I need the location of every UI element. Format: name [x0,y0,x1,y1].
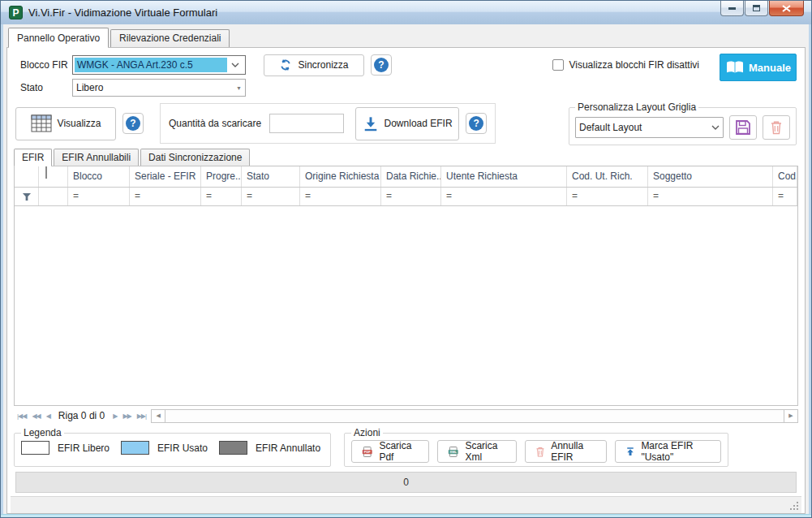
app-frame: Pannello Operativo Rilevazione Credenzia… [3,24,809,514]
filter-cell-progressivo[interactable]: = [201,188,242,205]
quantita-label: Quantità da scaricare [169,118,261,129]
sync-icon [279,58,292,71]
window-title: Vi.Vi.Fir - Vidimazione Virtuale Formula… [28,6,217,19]
scarica-pdf-button[interactable]: PDF Scarica Pdf [351,440,429,463]
help-icon: ? [374,58,389,72]
column-header-blocco[interactable]: Blocco [68,166,130,187]
tab-efir[interactable]: EFIR [14,149,52,166]
resize-grip[interactable] [797,508,798,510]
pdf-icon: PDF [362,445,373,459]
column-header-origine-richiesta[interactable]: Origine Richiesta [300,166,381,187]
main-tab-strip: Pannello Operativo Rilevazione Credenzia… [6,28,806,47]
disattivi-label: Visualizza blocchi FIR disattivi [569,59,699,71]
help-button-visualizza[interactable]: ? [122,113,144,134]
legend-title: Legenda [21,427,64,438]
marca-efir-usato-label: Marca EFIR "Usato" [641,440,711,463]
tab-rilevazione-credenziali[interactable]: Rilevazione Credenziali [110,29,230,47]
pager-prev-page-button[interactable]: ◀◀ [32,412,40,420]
quantita-input[interactable] [269,114,344,133]
title-bar[interactable]: P Vi.Vi.Fir - Vidimazione Virtuale Formu… [1,1,811,24]
delete-layout-button[interactable] [763,115,790,140]
sincronizza-button[interactable]: Sincronizza [264,54,364,76]
column-header-stato[interactable]: Stato [242,166,300,187]
app-logo-icon: P [9,6,23,19]
filter-cell-cod-fisc[interactable]: = [773,188,797,205]
pager-next-page-button[interactable]: ▶▶ [122,412,131,420]
column-header-cod-ut-rich[interactable]: Cod. Ut. Rich. [567,166,648,187]
annulla-efir-button[interactable]: Annulla EFIR [525,440,607,463]
grid-tab-strip: EFIR EFIR Annullabili Dati Sincronizzazi… [14,149,798,166]
column-header-cod-fiscale[interactable]: Cod. Fisc [773,166,797,187]
disattivi-checkbox[interactable] [552,59,564,71]
filter-cell-origine[interactable]: = [300,188,381,205]
help-button-download[interactable]: ? [466,113,487,134]
filter-cell-soggetto[interactable]: = [648,188,773,205]
window-bottom-edge [1,514,811,517]
stato-value: Libero [76,82,236,93]
pager-next-button[interactable]: ▶ [113,412,117,420]
scroll-left-button[interactable]: ◀ [152,410,165,422]
filter-cell-stato[interactable]: = [242,188,300,205]
pager-label: Riga 0 di 0 [58,410,105,421]
filter-cell-seriale[interactable]: = [130,188,201,205]
close-button[interactable] [769,1,804,16]
select-all-checkbox[interactable] [45,166,47,179]
svg-text:PDF: PDF [364,450,372,454]
pager-prev-button[interactable]: ◀ [46,412,50,420]
filter-cell-blocco[interactable]: = [68,188,130,205]
filter-cell-cod-ut[interactable]: = [567,188,648,205]
stato-select[interactable]: Libero ▼ [72,79,246,97]
blocco-fir-select[interactable]: WMGK - ANGA Art.230 c.5 [72,55,246,75]
layout-value: Default Layout [579,122,711,133]
actions-fieldset: Azioni PDF Scarica Pdf [344,427,728,467]
grid-filter-row: = = = = = = = = = = [15,188,797,206]
legend-label-annullato: EFIR Annullato [256,442,320,454]
scarica-xml-button[interactable]: XML Scarica Xml [437,440,517,463]
bottom-row: Legenda EFIR Libero EFIR Usato EFIR Annu… [14,427,798,467]
filter-cell-empty [39,188,68,205]
progress-bar: 0 [15,472,797,493]
scrollbar-track[interactable] [165,410,784,422]
legend-label-libero: EFIR Libero [58,442,110,454]
blocco-fir-label: Blocco FIR [20,59,72,71]
layout-select[interactable]: Default Layout [575,117,724,138]
svg-text:XML: XML [450,450,458,454]
download-efir-button[interactable]: Download EFIR [355,107,459,140]
save-layout-button[interactable] [729,115,757,140]
tab-efir-annullabili[interactable]: EFIR Annullabili [54,149,139,166]
visualizza-button[interactable]: Visualizza [15,107,116,140]
filter-funnel-button[interactable] [15,188,39,205]
legend-fieldset: Legenda EFIR Libero EFIR Usato EFIR Annu… [14,427,331,467]
pager-first-button[interactable]: |◀◀ [17,412,26,420]
column-header-progressivo[interactable]: Progre... [201,166,242,187]
stato-label: Stato [20,82,72,93]
filter-cell-utente[interactable]: = [441,188,567,205]
trash-icon [535,445,545,459]
help-button-sincronizza[interactable]: ? [371,54,392,76]
disattivi-group: Visualizza blocchi FIR disattivi [552,59,699,71]
blocco-fir-value: WMGK - ANGA Art.230 c.5 [75,58,227,72]
close-icon [782,5,791,12]
maximize-button[interactable] [745,1,768,16]
tab-pannello-operativo[interactable]: Pannello Operativo [8,28,109,47]
progress-value: 0 [403,477,409,488]
dropdown-arrow-icon: ▼ [236,85,242,91]
legend-swatch-usato [121,441,149,455]
manuale-button[interactable]: Manuale [720,54,797,81]
help-icon: ? [469,116,483,131]
column-header-soggetto[interactable]: Soggetto [648,166,773,187]
annulla-efir-label: Annulla EFIR [551,440,596,463]
column-header-data-richiesta[interactable]: Data Richie... [381,166,441,187]
tab-dati-sincronizzazione[interactable]: Dati Sincronizzazione [140,149,250,166]
grid-body-empty [15,206,797,405]
column-header-seriale-efir[interactable]: Seriale - EFIR [130,166,201,187]
help-icon: ? [126,116,140,131]
filter-cell-data[interactable]: = [381,188,441,205]
marca-efir-usato-button[interactable]: Marca EFIR "Usato" [615,440,721,463]
column-header-utente-richiesta[interactable]: Utente Richiesta [441,166,567,187]
minimize-button[interactable] [720,1,744,16]
pager-last-button[interactable]: ▶▶| [137,412,146,420]
sincronizza-label: Sincronizza [298,59,348,71]
scroll-right-button[interactable]: ▶ [784,410,797,422]
grid-select-all-cell [39,166,68,187]
